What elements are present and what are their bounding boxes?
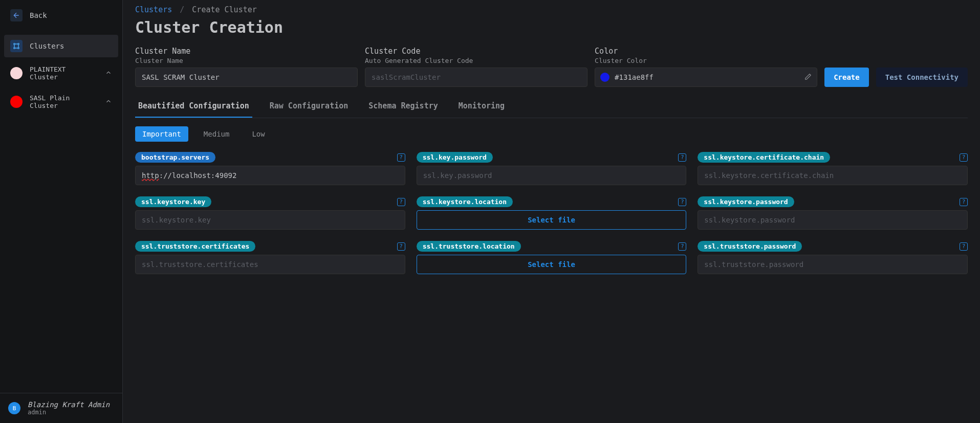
config-input[interactable] bbox=[698, 210, 968, 230]
user-role: admin bbox=[28, 409, 110, 416]
back-button[interactable]: Back bbox=[4, 4, 118, 27]
back-arrow-icon bbox=[10, 9, 23, 21]
avatar: B bbox=[8, 402, 20, 414]
config-key-badge: ssl.truststore.certificates bbox=[135, 241, 255, 252]
sidebar-cluster-1[interactable]: SASL Plain Cluster bbox=[4, 89, 118, 115]
help-icon[interactable]: ? bbox=[397, 153, 405, 162]
cluster-color-label: Color bbox=[595, 47, 817, 56]
help-icon[interactable]: ? bbox=[960, 242, 968, 251]
clusters-icon bbox=[10, 40, 23, 52]
create-button[interactable]: Create bbox=[824, 68, 869, 87]
priority-low[interactable]: Low bbox=[245, 126, 272, 142]
user-panel[interactable]: B Blazing Kraft Admin admin bbox=[0, 393, 122, 423]
cluster-name-input[interactable] bbox=[135, 68, 358, 87]
svg-point-0 bbox=[14, 43, 15, 45]
cluster-code-label: Cluster Code bbox=[365, 47, 587, 56]
config-key-badge: ssl.key.password bbox=[417, 152, 493, 163]
config-grid: bootstrap.servers?http://localhost:49092… bbox=[135, 152, 968, 274]
help-icon[interactable]: ? bbox=[678, 242, 686, 251]
select-file-button[interactable]: Select file bbox=[417, 210, 687, 230]
config-key-badge: ssl.keystore.key bbox=[135, 196, 211, 207]
edit-icon[interactable] bbox=[804, 73, 812, 82]
help-icon[interactable]: ? bbox=[678, 153, 686, 162]
nav-label: Clusters bbox=[30, 42, 64, 50]
config-ssl-keystore-key: ssl.keystore.key? bbox=[135, 196, 405, 230]
nav-clusters[interactable]: Clusters bbox=[4, 35, 118, 57]
help-icon[interactable]: ? bbox=[397, 198, 405, 206]
priority-filters: ImportantMediumLow bbox=[135, 126, 968, 142]
config-input[interactable] bbox=[698, 166, 968, 185]
tab-1[interactable]: Raw Configuration bbox=[267, 96, 352, 118]
svg-point-1 bbox=[18, 43, 19, 45]
select-file-button[interactable]: Select file bbox=[417, 255, 687, 274]
chevron-up-icon bbox=[105, 69, 112, 78]
user-name: Blazing Kraft Admin bbox=[28, 400, 110, 409]
cluster-color-sublabel: Cluster Color bbox=[595, 57, 817, 64]
sidebar: Back Clusters PLAINTEXT Cluster SASL Pla… bbox=[0, 0, 123, 423]
tabs: Beautified ConfigurationRaw Configuratio… bbox=[135, 96, 968, 118]
config-bootstrap-servers: bootstrap.servers?http://localhost:49092 bbox=[135, 152, 405, 185]
page-title: Cluster Creation bbox=[135, 18, 968, 36]
help-icon[interactable]: ? bbox=[397, 242, 405, 251]
cluster-label: SASL Plain Cluster bbox=[30, 94, 98, 109]
test-connectivity-button[interactable]: Test Connectivity bbox=[876, 68, 968, 87]
help-icon[interactable]: ? bbox=[960, 153, 968, 162]
config-ssl-truststore-certificates: ssl.truststore.certificates? bbox=[135, 241, 405, 274]
config-key-badge: ssl.truststore.password bbox=[698, 241, 802, 252]
config-ssl-keystore-location: ssl.keystore.location?Select file bbox=[417, 196, 687, 230]
config-ssl-keystore-certificate-chain: ssl.keystore.certificate.chain? bbox=[698, 152, 968, 185]
config-key-badge: ssl.truststore.location bbox=[417, 241, 521, 252]
svg-point-3 bbox=[18, 48, 19, 49]
config-ssl-truststore-password: ssl.truststore.password? bbox=[698, 241, 968, 274]
cluster-code-sublabel: Auto Generated Cluster Code bbox=[365, 57, 587, 64]
config-ssl-truststore-location: ssl.truststore.location?Select file bbox=[417, 241, 687, 274]
config-input[interactable] bbox=[135, 255, 405, 274]
config-key-badge: ssl.keystore.password bbox=[698, 196, 794, 207]
config-input[interactable]: http://localhost:49092 bbox=[135, 166, 405, 185]
color-value: #131ae8ff bbox=[615, 73, 799, 81]
breadcrumb-root[interactable]: Clusters bbox=[135, 5, 172, 14]
color-swatch bbox=[600, 73, 609, 82]
back-label: Back bbox=[30, 11, 47, 19]
cluster-color-dot bbox=[10, 67, 23, 79]
tab-0[interactable]: Beautified Configuration bbox=[135, 96, 252, 118]
config-key-badge: ssl.keystore.certificate.chain bbox=[698, 152, 830, 163]
config-ssl-key-password: ssl.key.password? bbox=[417, 152, 687, 185]
cluster-name-label: Cluster Name bbox=[135, 47, 358, 56]
config-ssl-keystore-password: ssl.keystore.password? bbox=[698, 196, 968, 230]
tab-3[interactable]: Monitoring bbox=[455, 96, 508, 118]
svg-point-2 bbox=[14, 48, 15, 49]
cluster-name-sublabel: Cluster Name bbox=[135, 57, 358, 64]
breadcrumb-sep: / bbox=[180, 5, 184, 14]
help-icon[interactable]: ? bbox=[678, 198, 686, 206]
tab-2[interactable]: Schema Registry bbox=[365, 96, 441, 118]
chevron-up-icon bbox=[105, 98, 112, 106]
config-input[interactable] bbox=[135, 210, 405, 230]
config-key-badge: bootstrap.servers bbox=[135, 152, 215, 163]
breadcrumb: Clusters / Create Cluster bbox=[135, 5, 968, 14]
cluster-code-input[interactable] bbox=[365, 68, 587, 87]
priority-important[interactable]: Important bbox=[135, 126, 188, 142]
sidebar-cluster-0[interactable]: PLAINTEXT Cluster bbox=[4, 60, 118, 86]
cluster-label: PLAINTEXT Cluster bbox=[30, 65, 98, 81]
priority-medium[interactable]: Medium bbox=[197, 126, 237, 142]
cluster-color-dot bbox=[10, 96, 23, 108]
config-input[interactable] bbox=[698, 255, 968, 274]
help-icon[interactable]: ? bbox=[960, 198, 968, 206]
config-input[interactable] bbox=[417, 166, 687, 185]
config-key-badge: ssl.keystore.location bbox=[417, 196, 513, 207]
main-content: Clusters / Create Cluster Cluster Creati… bbox=[123, 0, 980, 423]
breadcrumb-current: Create Cluster bbox=[192, 5, 256, 14]
cluster-color-input[interactable]: #131ae8ff bbox=[595, 68, 817, 87]
